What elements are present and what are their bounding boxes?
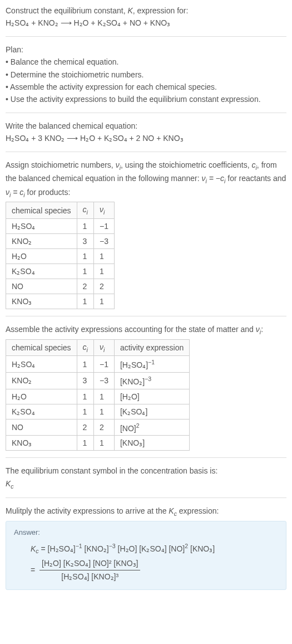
answer-line-2: = [H₂O] [K₂SO₄] [NO]² [KNO₃] [H₂SO₄] [KN… (31, 558, 278, 583)
plan-section: Plan: • Balance the chemical equation. •… (6, 37, 286, 113)
symbol-value: Kc (6, 477, 286, 491)
multiply-text: Mulitply the activity expressions to arr… (6, 505, 286, 519)
cell: [NO]2 (114, 419, 189, 436)
kc-symbol: Kc (169, 506, 177, 515)
cell: 1 (77, 219, 93, 234)
stoich-text-d: for reactants and (225, 174, 286, 183)
answer-equation: Kc = [H₂SO₄]−1 [KNO₂]−3 [H₂O] [K₂SO₄] [N… (14, 540, 278, 583)
cell: 1 (77, 356, 93, 373)
cell: 1 (77, 389, 93, 404)
stoich-table: chemical species ci νi H₂SO₄1−1 KNO₂3−3 … (6, 202, 115, 309)
plan-item: • Use the activity expressions to build … (6, 93, 286, 105)
term: [K₂SO₄] (139, 544, 166, 553)
col-activity: activity expression (114, 339, 189, 356)
plan-item: • Balance the chemical equation. (6, 56, 286, 68)
cell: [KNO₃] (114, 436, 189, 451)
activity-section: Assemble the activity expressions accoun… (6, 316, 286, 458)
table-row: H₂SO₄1−1[H₂SO₄]−1 (6, 356, 190, 373)
act-base: [H₂O] (120, 392, 140, 401)
fraction-numerator: [H₂O] [K₂SO₄] [NO]² [KNO₃] (39, 558, 140, 571)
act-base: [KNO₃] (120, 438, 145, 447)
cell: 1 (93, 389, 114, 404)
table-row: NO22 (6, 279, 115, 294)
term: [H₂O] (118, 544, 137, 553)
activity-table: chemical species ci νi activity expressi… (6, 339, 190, 451)
activity-text: Assemble the activity expressions accoun… (6, 323, 286, 337)
cell: 1 (93, 404, 114, 419)
answer-line-1: Kc = [H₂SO₄]−1 [KNO₂]−3 [H₂O] [K₂SO₄] [N… (31, 540, 278, 558)
cell: [H₂SO₄]−1 (114, 356, 189, 373)
cell: NO (6, 419, 77, 436)
stoich-text-e: for products: (25, 188, 71, 197)
cell: 1 (93, 264, 114, 279)
table-row: KNO₂3−3[KNO₂]−3 (6, 373, 190, 389)
stoich-text: Assign stoichiometric numbers, νi, using… (6, 159, 286, 200)
balanced-equation: H₂SO₄ + 3 KNO₂ ⟶ H₂O + K₂SO₄ + 2 NO + KN… (6, 132, 286, 144)
table-row: KNO₃11[KNO₃] (6, 436, 190, 451)
cell: H₂O (6, 389, 77, 404)
cell: 1 (77, 249, 93, 264)
cell: KNO₃ (6, 436, 77, 451)
symbol-section: The equilibrium constant symbol in the c… (6, 458, 286, 498)
stoich-text-b: , using the stoichiometric coefficients, (121, 160, 252, 169)
table-row: K₂SO₄11[K₂SO₄] (6, 404, 190, 419)
cell: 1 (93, 249, 114, 264)
cell: [KNO₂]−3 (114, 373, 189, 389)
intro-title: Construct the equilibrium constant, K, e… (6, 4, 286, 17)
multiply-section: Mulitply the activity expressions to arr… (6, 498, 286, 596)
eq-sign-2: = (31, 565, 37, 574)
cell: H₂O (6, 249, 77, 264)
multiply-text-b: expression: (177, 506, 219, 515)
plan-item: • Determine the stoichiometric numbers. (6, 69, 286, 81)
cell: KNO₂ (6, 373, 77, 389)
cell: 2 (77, 419, 93, 436)
stoich-section: Assign stoichiometric numbers, νi, using… (6, 152, 286, 317)
symbol-text: The equilibrium constant symbol in the c… (6, 465, 286, 477)
act-exp: −3 (145, 375, 151, 382)
cell: −1 (93, 219, 114, 234)
exp: −1 (76, 543, 82, 549)
cell: 1 (93, 436, 114, 451)
k-symbol: K (127, 6, 132, 15)
cell: [K₂SO₄] (114, 404, 189, 419)
table-header-row: chemical species ci νi (6, 202, 115, 219)
col-species: chemical species (6, 339, 77, 356)
term: [KNO₃] (190, 544, 215, 553)
term: [H₂SO₄] (48, 544, 76, 553)
cell: H₂SO₄ (6, 219, 77, 234)
col-nui: νi (93, 202, 114, 219)
exp: 2 (185, 543, 188, 549)
table-row: H₂O11[H₂O] (6, 389, 190, 404)
intro-equation: H₂SO₄ + KNO₂ ⟶ H₂O + K₂SO₄ + NO + KNO₃ (6, 17, 286, 29)
cell: 1 (77, 404, 93, 419)
table-row: KNO₃11 (6, 294, 115, 309)
cell: 2 (93, 279, 114, 294)
stoich-text-a: Assign stoichiometric numbers, (6, 160, 116, 169)
cell: 1 (77, 264, 93, 279)
fraction-denominator: [H₂SO₄] [KNO₂]³ (39, 570, 140, 583)
act-exp: −1 (148, 359, 155, 365)
col-species: chemical species (6, 202, 77, 219)
balanced-section: Write the balanced chemical equation: H₂… (6, 113, 286, 152)
cell: H₂SO₄ (6, 356, 77, 373)
cell: 2 (93, 419, 114, 436)
cell: 1 (93, 294, 114, 309)
c-symbol: ci (252, 160, 257, 169)
act-base: [NO] (120, 423, 136, 432)
plan-label: Plan: (6, 43, 286, 56)
table-row: KNO₂3−3 (6, 234, 115, 249)
eq-sign: = (39, 544, 48, 553)
act-base: [H₂SO₄] (120, 360, 148, 369)
cell: 3 (77, 373, 93, 389)
cell: 1 (77, 436, 93, 451)
nu-eq-c: νi = ci (6, 188, 25, 197)
cell: −1 (93, 356, 114, 373)
cell: 1 (77, 294, 93, 309)
cell: −3 (93, 373, 114, 389)
table-row: K₂SO₄11 (6, 264, 115, 279)
cell: NO (6, 279, 77, 294)
intro-section: Construct the equilibrium constant, K, e… (6, 4, 286, 37)
plan-item: • Assemble the activity expression for e… (6, 81, 286, 93)
col-ci: ci (77, 202, 93, 219)
kc-k: K (6, 479, 11, 488)
